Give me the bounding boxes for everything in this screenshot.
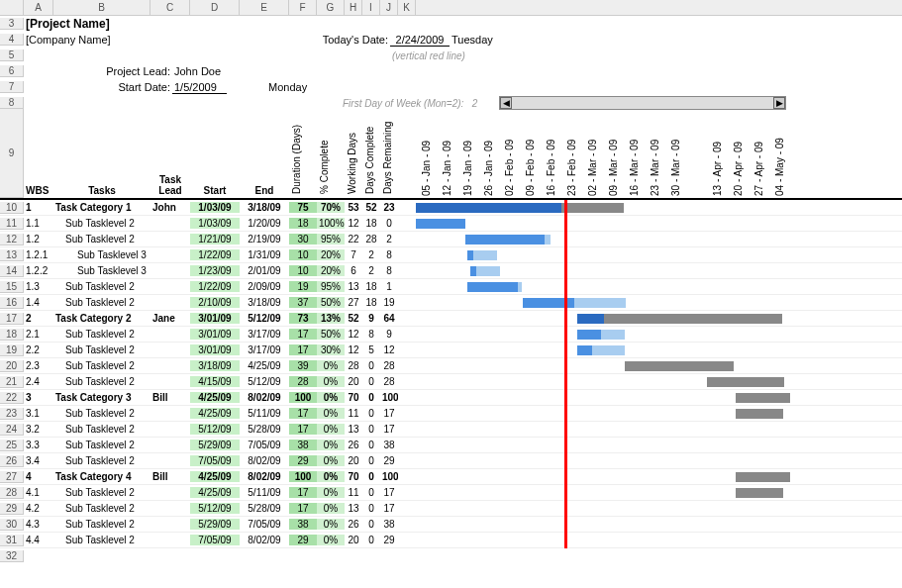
cell-start[interactable]: 4/25/09 — [190, 392, 240, 403]
cell-pct[interactable]: 0% — [317, 424, 345, 435]
cell-wd[interactable]: 20 — [345, 455, 362, 466]
cell-wd[interactable]: 11 — [345, 487, 362, 498]
cell-pct[interactable]: 0% — [317, 503, 345, 514]
cell-wbs[interactable]: 4.4 — [24, 535, 53, 545]
cell-start[interactable]: 4/25/09 — [190, 408, 240, 419]
cell-end[interactable]: 8/02/09 — [240, 535, 289, 545]
cell-dur[interactable]: 17 — [289, 487, 317, 498]
cell-end[interactable]: 3/18/09 — [240, 202, 289, 213]
cell-wd[interactable]: 53 — [345, 202, 362, 213]
table-row[interactable]: 192.2Sub Tasklevel 23/01/093/17/091730%1… — [0, 343, 902, 358]
cell-wbs[interactable]: 4.2 — [24, 503, 53, 514]
cell-task[interactable]: Task Category 1 — [53, 202, 150, 213]
cell-dur[interactable]: 30 — [289, 234, 317, 245]
cell-start[interactable]: 1/21/09 — [190, 234, 240, 245]
table-row[interactable]: 101Task Category 1John1/03/093/18/097570… — [0, 200, 902, 216]
cell-dur[interactable]: 28 — [289, 376, 317, 387]
cell-wd[interactable]: 20 — [345, 535, 362, 545]
table-row[interactable]: 263.4Sub Tasklevel 27/05/098/02/09290%20… — [0, 453, 902, 469]
cell-dr[interactable]: 23 — [380, 202, 398, 213]
cell-end[interactable]: 5/11/09 — [240, 408, 289, 419]
cell-dr[interactable]: 28 — [380, 376, 398, 387]
cell-task[interactable]: Sub Tasklevel 2 — [53, 408, 150, 419]
cell-pct[interactable]: 95% — [317, 234, 345, 245]
row-13[interactable]: 13 — [0, 249, 24, 261]
table-row[interactable]: 111.1Sub Tasklevel 21/03/091/20/0918100%… — [0, 216, 902, 232]
row-7[interactable]: 7 — [0, 81, 24, 93]
cell-task[interactable]: Sub Tasklevel 2 — [53, 297, 150, 308]
cell-dc[interactable]: 28 — [362, 234, 380, 245]
cell-pct[interactable]: 0% — [317, 376, 345, 387]
cell-dc[interactable]: 18 — [362, 297, 380, 308]
cell-wbs[interactable]: 4.1 — [24, 487, 53, 498]
col-D[interactable]: D — [190, 0, 240, 15]
cell-wbs[interactable]: 1.1 — [24, 218, 53, 229]
row-23[interactable]: 23 — [0, 408, 24, 420]
cell-dr[interactable]: 100 — [380, 471, 398, 482]
cell-end[interactable]: 5/28/09 — [240, 503, 289, 514]
cell-end[interactable]: 7/05/09 — [240, 440, 289, 450]
row-29[interactable]: 29 — [0, 503, 24, 515]
cell-dur[interactable]: 100 — [289, 471, 317, 482]
cell-end[interactable]: 3/17/09 — [240, 329, 289, 340]
row-12[interactable]: 12 — [0, 234, 24, 245]
cell-dr[interactable]: 1 — [380, 281, 398, 292]
company-name[interactable]: [Company Name] — [24, 34, 311, 46]
cell-end[interactable]: 8/02/09 — [240, 392, 289, 403]
table-row[interactable]: 233.1Sub Tasklevel 24/25/095/11/09170%11… — [0, 406, 902, 422]
cell-dr[interactable]: 29 — [380, 535, 398, 545]
cell-task[interactable]: Sub Tasklevel 2 — [53, 376, 150, 387]
cell-start[interactable]: 5/29/09 — [190, 440, 240, 450]
row-22[interactable]: 22 — [0, 392, 24, 404]
cell-task[interactable]: Task Category 4 — [53, 471, 150, 482]
cell-pct[interactable]: 0% — [317, 471, 345, 482]
cell-pct[interactable]: 13% — [317, 313, 345, 324]
cell-task[interactable]: Sub Tasklevel 2 — [53, 234, 150, 245]
row-4[interactable]: 4 — [0, 34, 24, 46]
cell-dur[interactable]: 37 — [289, 297, 317, 308]
cell-wbs[interactable]: 1.2.1 — [24, 249, 53, 260]
row-6[interactable]: 6 — [0, 65, 24, 77]
cell-task[interactable]: Task Category 3 — [53, 392, 150, 403]
project-name[interactable]: [Project Name] — [24, 17, 112, 31]
table-row[interactable]: 161.4Sub Tasklevel 22/10/093/18/093750%2… — [0, 295, 902, 311]
row-10[interactable]: 10 — [0, 202, 24, 214]
cell-task[interactable]: Task Category 2 — [53, 313, 150, 324]
cell-wd[interactable]: 13 — [345, 424, 362, 435]
lead-value[interactable]: John Doe — [172, 65, 223, 77]
cell-pct[interactable]: 0% — [317, 408, 345, 419]
cell-dur[interactable]: 10 — [289, 249, 317, 260]
cell-dc[interactable]: 0 — [362, 455, 380, 466]
table-row[interactable]: 151.3Sub Tasklevel 21/22/092/09/091995%1… — [0, 279, 902, 295]
cell-end[interactable]: 3/17/09 — [240, 344, 289, 355]
cell-end[interactable]: 7/05/09 — [240, 519, 289, 530]
cell-dur[interactable]: 38 — [289, 440, 317, 450]
scroll-left-icon[interactable]: ◀ — [500, 97, 512, 109]
table-row[interactable]: 121.2Sub Tasklevel 21/21/092/19/093095%2… — [0, 232, 902, 247]
cell-pct[interactable]: 50% — [317, 329, 345, 340]
cell-wd[interactable]: 6 — [345, 265, 362, 276]
cell-dr[interactable]: 8 — [380, 265, 398, 276]
cell-task[interactable]: Sub Tasklevel 2 — [53, 281, 150, 292]
row-31[interactable]: 31 — [0, 535, 24, 546]
cell-lead[interactable]: Bill — [150, 392, 190, 403]
cell-dr[interactable]: 19 — [380, 297, 398, 308]
cell-pct[interactable]: 0% — [317, 360, 345, 371]
table-row[interactable]: 294.2Sub Tasklevel 25/12/095/28/09170%13… — [0, 501, 902, 517]
row-3[interactable]: 3 — [0, 18, 24, 30]
cell-end[interactable]: 5/12/09 — [240, 376, 289, 387]
cell-start[interactable]: 3/01/09 — [190, 329, 240, 340]
cell-lead[interactable]: Jane — [150, 313, 190, 324]
cell-wd[interactable]: 12 — [345, 329, 362, 340]
cell-end[interactable]: 2/01/09 — [240, 265, 289, 276]
col-G[interactable]: G — [317, 0, 345, 15]
start-value[interactable]: 1/5/2009 — [172, 81, 227, 94]
cell-wbs[interactable]: 4.3 — [24, 519, 53, 530]
cell-pct[interactable]: 95% — [317, 281, 345, 292]
cell-pct[interactable]: 20% — [317, 265, 345, 276]
cell-task[interactable]: Sub Tasklevel 2 — [53, 487, 150, 498]
cell-pct[interactable]: 20% — [317, 249, 345, 260]
cell-dur[interactable]: 29 — [289, 455, 317, 466]
cell-wbs[interactable]: 3.4 — [24, 455, 53, 466]
row-27[interactable]: 27 — [0, 471, 24, 483]
